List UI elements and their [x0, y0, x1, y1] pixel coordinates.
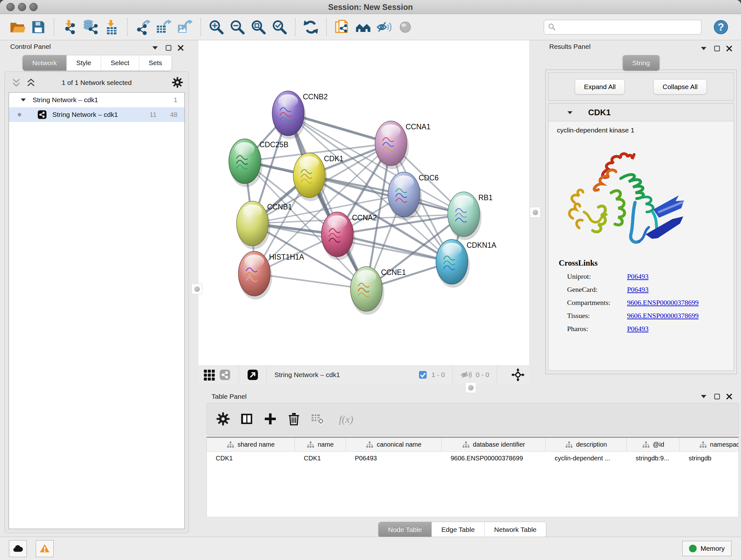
column-header-description[interactable]: description — [546, 438, 627, 451]
node-RB1[interactable]: RB1 — [448, 192, 493, 240]
tab-node-table[interactable]: Node Table — [379, 522, 432, 537]
selected-items-checkbox[interactable] — [418, 370, 428, 380]
table-panel-float-button[interactable] — [699, 392, 708, 401]
zoom-fit-icon — [251, 19, 266, 35]
network-collection-row[interactable]: String Network – cdk11 — [9, 92, 185, 107]
network-row[interactable]: String Network – cdk11148 — [9, 107, 185, 122]
zoom-in-button[interactable] — [207, 17, 226, 37]
results-panel-restore-button[interactable] — [713, 44, 722, 53]
import-table-button[interactable] — [102, 17, 121, 37]
trash-icon[interactable] — [286, 412, 301, 426]
column-header--id[interactable]: @id — [627, 438, 680, 451]
zoom-out-icon — [229, 19, 246, 35]
birdseye-grid-icon[interactable] — [203, 369, 215, 381]
search-icon — [547, 22, 557, 32]
column-header-database-identifier[interactable]: database identifier — [442, 438, 546, 451]
right-splitter-handle[interactable] — [530, 207, 541, 218]
node-label-HIST1H1A: HIST1H1A — [269, 253, 305, 261]
left-splitter-handle[interactable] — [192, 284, 202, 294]
zoom-fit-button[interactable] — [249, 17, 268, 37]
bottom-splitter-handle[interactable] — [465, 382, 476, 393]
table-type-tabs: Node TableEdge TableNetwork Table — [378, 522, 546, 538]
node-CDKN1A[interactable]: CDKN1A — [436, 240, 496, 288]
crosslink-link[interactable]: 9606.ENSP00000378699 — [627, 312, 698, 320]
add-icon[interactable] — [263, 412, 278, 426]
table-cell: stringdb:9... — [627, 455, 680, 462]
results-panel-float-button[interactable] — [699, 44, 708, 53]
node-CCNA2[interactable]: CCNA2 — [321, 212, 377, 260]
tree-expand-caret-icon[interactable] — [19, 96, 27, 104]
table-panel-close-button[interactable] — [725, 392, 734, 401]
open-in-new-icon[interactable] — [247, 369, 259, 381]
control-panel-restore-button[interactable] — [164, 44, 173, 52]
tab-network-table[interactable]: Network Table — [485, 522, 546, 537]
import-network-button[interactable] — [60, 17, 79, 37]
import-database-button[interactable] — [81, 17, 100, 37]
tab-sets[interactable]: Sets — [139, 55, 172, 71]
cloud-button[interactable] — [9, 540, 27, 557]
table-panel: Table Panel f(x) shared namenamecanonica… — [206, 391, 739, 537]
crosslink-link[interactable]: 9606.ENSP00000378699 — [627, 299, 698, 307]
open-session-button[interactable] — [8, 17, 27, 37]
export-table-button[interactable] — [154, 17, 174, 37]
import-database-icon — [83, 19, 98, 35]
help-button[interactable]: ? — [713, 19, 729, 35]
node-CCNE1[interactable]: CCNE1 — [350, 266, 406, 315]
search-input[interactable] — [557, 20, 701, 34]
fit-selected-crosshair-icon[interactable] — [511, 368, 525, 381]
tab-style[interactable]: Style — [67, 55, 101, 71]
zoom-selected-button[interactable] — [270, 17, 289, 37]
node-label-CCNB1: CCNB1 — [267, 203, 292, 211]
gear-icon[interactable] — [216, 412, 230, 426]
titlebar: Session: New Session — [0, 0, 741, 14]
collapse-all-button[interactable]: Collapse All — [653, 79, 707, 95]
table-cell: P06493 — [346, 455, 442, 462]
control-panel-tabs: NetworkStyleSelectSets — [22, 55, 172, 71]
edge-CCNB2-CCNE1[interactable] — [288, 113, 366, 289]
network-options-gear-icon[interactable] — [172, 76, 184, 88]
save-session-button[interactable] — [29, 17, 48, 37]
node-HIST1H1A[interactable]: HIST1H1A — [239, 251, 305, 300]
expand-all-button[interactable]: Expand All — [575, 79, 625, 95]
column-header-shared-name[interactable]: shared name — [207, 438, 295, 451]
tab-network[interactable]: Network — [23, 55, 67, 71]
control-panel-float-button[interactable] — [151, 44, 159, 52]
results-panel: Results Panel String Expand All Collapse… — [543, 42, 739, 375]
table-panel-restore-button[interactable] — [713, 392, 722, 401]
crosslink-link[interactable]: P06493 — [627, 272, 649, 281]
crosslink-link[interactable]: P06493 — [627, 286, 649, 294]
zoom-out-button[interactable] — [228, 17, 247, 37]
column-type-icon — [699, 441, 707, 449]
gene-entry-header[interactable]: CDK1 — [549, 104, 734, 121]
network-name: String Network – cdk1 — [52, 111, 118, 118]
export-network-button[interactable] — [133, 17, 152, 37]
eye-sphere-button[interactable] — [396, 17, 415, 37]
node-CCNA1[interactable]: CCNA1 — [375, 121, 430, 169]
crosslink-row: Tissues:9606.ENSP00000378699 — [567, 312, 734, 320]
warnings-button[interactable] — [36, 540, 54, 557]
column-header-name[interactable]: name — [295, 438, 346, 451]
refresh-icon — [303, 19, 319, 35]
network-share-icon[interactable] — [219, 369, 231, 381]
houses-button[interactable] — [354, 17, 373, 37]
tab-edge-table[interactable]: Edge Table — [432, 522, 485, 537]
results-panel-close-button[interactable] — [725, 44, 734, 53]
node-CDK1[interactable]: CDK1 — [293, 153, 343, 201]
memory-button[interactable]: Memory — [682, 541, 731, 556]
network-canvas[interactable]: CCNB2CCNA1CDC25BCDK1CDC6RB1CCNB1CCNA2CDK… — [199, 40, 529, 366]
column-type-icon — [307, 441, 314, 449]
gene-collapse-caret-icon[interactable] — [566, 109, 574, 117]
column-header-namespace[interactable]: namespace — [680, 438, 739, 451]
eye-slash-button[interactable] — [375, 17, 394, 37]
column-header-canonical-name[interactable]: canonical name — [346, 438, 442, 451]
columns-icon[interactable] — [239, 412, 254, 426]
crosslink-link[interactable]: P06493 — [627, 325, 649, 333]
refresh-button[interactable] — [301, 17, 320, 37]
document-share-button[interactable] — [333, 17, 352, 37]
tab-string[interactable]: String — [623, 55, 660, 71]
table-row[interactable]: CDK1CDK1P064939606.ENSP00000378699cyclin… — [207, 452, 738, 464]
hidden-items-eye-icon[interactable] — [461, 369, 472, 381]
tab-select[interactable]: Select — [101, 55, 139, 71]
control-panel-close-button[interactable] — [176, 44, 185, 52]
export-image-button[interactable] — [176, 17, 195, 37]
